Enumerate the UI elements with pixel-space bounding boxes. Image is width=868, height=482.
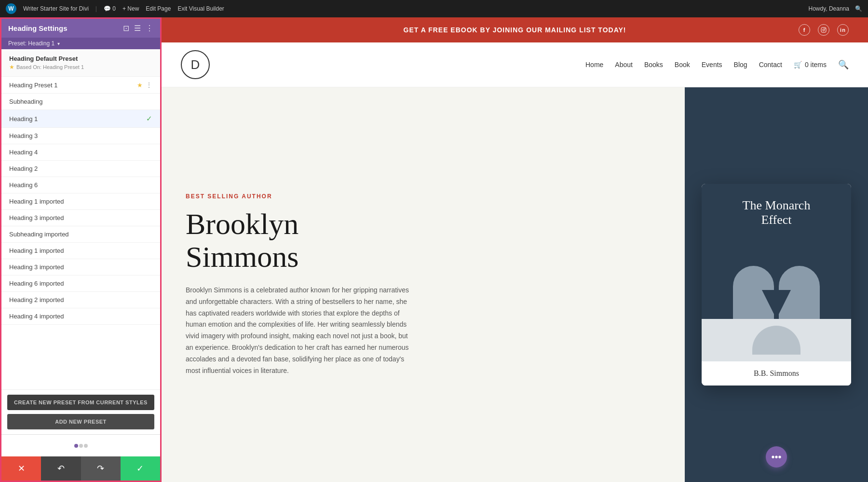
hero-name: BrooklynSimmons — [186, 207, 661, 273]
panel-header-actions: ⊡ ☰ ⋮ — [123, 24, 153, 33]
pagination-dot-3[interactable] — [84, 444, 88, 448]
cancel-button[interactable]: ✕ — [1, 456, 41, 481]
admin-exit-builder[interactable]: Exit Visual Builder — [177, 5, 224, 12]
book-author: B.B. Simmons — [702, 361, 851, 386]
preset-item-0[interactable]: Heading Preset 1 ★ ⋮ — [1, 77, 160, 94]
nav-blog[interactable]: Blog — [734, 61, 747, 69]
linkedin-icon[interactable]: in — [837, 24, 849, 36]
preset-label-12: Heading 6 imported — [9, 280, 152, 287]
site-banner: GET A FREE EBOOK BY JOINING OUR MAILING … — [162, 17, 868, 42]
hero-bio: Brooklyn Simmons is a celebrated author … — [186, 285, 417, 376]
site-nav: D Home About Books Book Events Blog Cont… — [162, 42, 868, 87]
preset-label-3: Heading 3 — [9, 132, 152, 139]
add-preset-button[interactable]: ADD NEW PRESET — [7, 414, 154, 429]
preset-label-11: Heading 3 imported — [9, 263, 152, 271]
book-art — [733, 256, 820, 319]
preset-item-13[interactable]: Heading 2 imported — [1, 292, 160, 308]
admin-search-icon[interactable]: 🔍 — [855, 5, 862, 12]
preset-label-2: Heading 1 — [9, 115, 146, 123]
panel-title: Heading Settings — [8, 24, 68, 32]
preset-default-title: Heading Default Preset — [9, 55, 152, 62]
preset-item-11[interactable]: Heading 3 imported — [1, 259, 160, 275]
main-layout: Heading Settings ⊡ ☰ ⋮ Preset: Heading 1… — [0, 17, 868, 482]
cart-icon: 🛒 — [794, 61, 802, 69]
site-hero: BEST SELLING AUTHOR BrooklynSimmons Broo… — [162, 87, 868, 482]
chevron-down-icon: ▾ — [57, 41, 60, 46]
fab-button[interactable]: ••• — [766, 446, 787, 468]
panel-subheader[interactable]: Preset: Heading 1 ▾ — [1, 38, 160, 49]
preset-item-1[interactable]: Subheading — [1, 94, 160, 110]
preset-label-1: Subheading — [9, 98, 152, 105]
nav-home[interactable]: Home — [585, 61, 603, 69]
preset-default: Heading Default Preset ★ Based On: Headi… — [1, 49, 160, 77]
pagination-dot-1[interactable] — [74, 444, 78, 448]
star-icon: ★ — [9, 64, 14, 70]
cart-count: 0 items — [805, 61, 827, 69]
panel-more-icon[interactable]: ⋮ — [146, 24, 153, 33]
panel-expand-icon[interactable]: ⊡ — [123, 24, 129, 33]
panel-header: Heading Settings ⊡ ☰ ⋮ — [1, 19, 160, 38]
preset-item-10[interactable]: Heading 1 imported — [1, 243, 160, 259]
preset-item-4[interactable]: Heading 4 — [1, 144, 160, 161]
preset-label-9: Subheading imported — [9, 231, 152, 238]
preset-item-8[interactable]: Heading 3 imported — [1, 210, 160, 226]
create-preset-button[interactable]: CREATE NEW PRESET FROM CURRENT STYLES — [7, 395, 154, 410]
preset-label-7: Heading 1 imported — [9, 198, 152, 205]
admin-new[interactable]: + New — [122, 5, 139, 12]
nav-about[interactable]: About — [615, 61, 633, 69]
admin-site-name[interactable]: Writer Starter Site for Divi — [23, 5, 89, 12]
book-cover: The MonarchEffect — [702, 184, 851, 319]
preset-item-12[interactable]: Heading 6 imported — [1, 275, 160, 292]
preset-label-8: Heading 3 imported — [9, 214, 152, 221]
dots-menu-icon-0[interactable]: ⋮ — [146, 81, 152, 89]
instagram-icon[interactable] — [818, 24, 829, 36]
admin-bar: W Writer Starter Site for Divi | 💬 0 + N… — [0, 0, 868, 17]
preset-item-5[interactable]: Heading 2 — [1, 161, 160, 177]
preset-label-0: Heading Preset 1 — [9, 82, 137, 89]
preset-item-3[interactable]: Heading 3 — [1, 128, 160, 144]
preset-label-14: Heading 4 imported — [9, 313, 152, 320]
preset-item-14[interactable]: Heading 4 imported — [1, 308, 160, 325]
panel-columns-icon[interactable]: ☰ — [134, 24, 141, 33]
preset-actions-0: ★ ⋮ — [137, 81, 152, 89]
nav-cart[interactable]: 🛒 0 items — [794, 61, 827, 69]
book-card: The MonarchEffect B.B. Simmons — [702, 184, 851, 386]
nav-links: Home About Books Book Events Blog Contac… — [585, 59, 849, 70]
nav-contact[interactable]: Contact — [759, 61, 782, 69]
nav-book[interactable]: Book — [675, 61, 690, 69]
admin-user-greeting[interactable]: Howdy, Deanna — [809, 5, 850, 12]
preset-label-6: Heading 6 — [9, 181, 152, 189]
panel-preset-label: Preset: Heading 1 — [8, 40, 54, 47]
undo-button[interactable]: ↶ — [41, 456, 81, 481]
redo-button[interactable]: ↷ — [81, 456, 121, 481]
preset-item-9[interactable]: Subheading imported — [1, 226, 160, 243]
panel-pagination — [1, 434, 160, 456]
nav-books[interactable]: Books — [644, 61, 663, 69]
confirm-button[interactable]: ✓ — [121, 456, 160, 481]
admin-sep-1: | — [95, 5, 97, 12]
bottom-action-bar: ✕ ↶ ↷ ✓ — [1, 456, 160, 481]
book-title: The MonarchEffect — [743, 198, 811, 227]
svg-point-1 — [823, 29, 825, 31]
book-bottom-section — [702, 319, 851, 361]
preset-actions-2: ✓ — [146, 114, 152, 123]
preset-item-6[interactable]: Heading 6 — [1, 177, 160, 193]
left-panel: Heading Settings ⊡ ☰ ⋮ Preset: Heading 1… — [0, 17, 162, 482]
wp-logo[interactable]: W — [6, 3, 16, 14]
preset-label-10: Heading 1 imported — [9, 247, 152, 254]
site-logo: D — [181, 50, 210, 79]
star-preset-icon-0[interactable]: ★ — [137, 82, 143, 89]
check-icon-2: ✓ — [146, 114, 152, 123]
admin-bar-right: Howdy, Deanna 🔍 — [809, 5, 863, 12]
search-icon[interactable]: 🔍 — [838, 59, 849, 70]
admin-comments[interactable]: 💬 0 — [104, 5, 116, 12]
admin-edit-page[interactable]: Edit Page — [146, 5, 171, 12]
site-preview: GET A FREE EBOOK BY JOINING OUR MAILING … — [162, 17, 868, 482]
svg-point-2 — [825, 28, 825, 29]
hero-left: BEST SELLING AUTHOR BrooklynSimmons Broo… — [162, 87, 685, 482]
pagination-dot-2[interactable] — [79, 444, 83, 448]
preset-item-2[interactable]: Heading 1 ✓ — [1, 110, 160, 128]
facebook-icon[interactable]: f — [799, 24, 810, 36]
preset-item-7[interactable]: Heading 1 imported — [1, 193, 160, 210]
nav-events[interactable]: Events — [702, 61, 722, 69]
